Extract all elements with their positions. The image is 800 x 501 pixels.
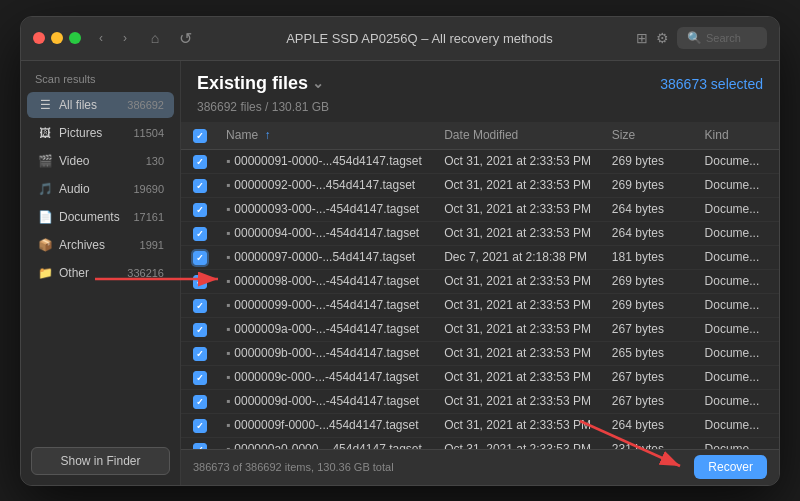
table-row[interactable]: ▪0000009c-000-...-454d4147.tagset Oct 31… [181, 365, 779, 389]
table-row[interactable]: ▪0000009b-000-...-454d4147.tagset Oct 31… [181, 341, 779, 365]
show-in-finder-button[interactable]: Show in Finder [31, 447, 170, 475]
table-row[interactable]: ▪00000098-000-...-454d4147.tagset Oct 31… [181, 269, 779, 293]
table-row[interactable]: ▪0000009a-000-...-454d4147.tagset Oct 31… [181, 317, 779, 341]
row-checkbox-cell[interactable] [181, 173, 218, 197]
grid-view-button[interactable]: ⊞ [636, 30, 648, 46]
other-icon: 📁 [37, 265, 53, 281]
row-checkbox[interactable] [193, 203, 207, 217]
row-date-cell: Oct 31, 2021 at 2:33:53 PM [436, 437, 604, 449]
table-row[interactable]: ▪00000099-000-...-454d4147.tagset Oct 31… [181, 293, 779, 317]
row-checkbox-cell[interactable] [181, 293, 218, 317]
row-checkbox[interactable] [193, 251, 207, 265]
sidebar-label-all-files: All files [59, 98, 123, 112]
row-checkbox-cell[interactable] [181, 413, 218, 437]
row-kind-cell: Docume... [697, 437, 779, 449]
row-kind-cell: Docume... [697, 269, 779, 293]
main-area: Scan results ☰ All files 386692 🖼 Pictur… [21, 61, 779, 485]
sidebar-label-archives: Archives [59, 238, 136, 252]
row-checkbox[interactable] [193, 179, 207, 193]
back-button[interactable]: ‹ [91, 28, 111, 48]
table-row[interactable]: ▪0000009f-0000-...454d4147.tagset Oct 31… [181, 413, 779, 437]
sidebar-item-video[interactable]: 🎬 Video 130 [27, 148, 174, 174]
sidebar-item-all-files[interactable]: ☰ All files 386692 [27, 92, 174, 118]
all-files-icon: ☰ [37, 97, 53, 113]
sidebar-label-video: Video [59, 154, 142, 168]
row-checkbox-cell[interactable] [181, 245, 218, 269]
row-checkbox[interactable] [193, 323, 207, 337]
col-kind-header[interactable]: Kind [697, 122, 779, 150]
search-icon: 🔍 [687, 31, 702, 45]
sidebar-item-archives[interactable]: 📦 Archives 1991 [27, 232, 174, 258]
table-row[interactable]: ▪00000092-000-...454d4147.tagset Oct 31,… [181, 173, 779, 197]
row-checkbox-cell[interactable] [181, 437, 218, 449]
file-icon: ▪ [226, 250, 230, 264]
settings-button[interactable]: ⚙ [656, 30, 669, 46]
sidebar-count-other: 336216 [127, 267, 164, 279]
home-button[interactable]: ⌂ [143, 26, 167, 50]
minimize-button[interactable] [51, 32, 63, 44]
col-checkbox-header[interactable] [181, 122, 218, 150]
sidebar-item-documents[interactable]: 📄 Documents 17161 [27, 204, 174, 230]
row-checkbox-cell[interactable] [181, 269, 218, 293]
row-kind-cell: Docume... [697, 341, 779, 365]
row-kind-cell: Docume... [697, 365, 779, 389]
maximize-button[interactable] [69, 32, 81, 44]
table-row[interactable]: ▪00000094-000-...-454d4147.tagset Oct 31… [181, 221, 779, 245]
sidebar-footer: Show in Finder [21, 437, 180, 485]
row-checkbox[interactable] [193, 299, 207, 313]
row-name-cell: ▪00000092-000-...454d4147.tagset [218, 173, 436, 197]
row-checkbox[interactable] [193, 155, 207, 169]
file-table-container[interactable]: Name ↑ Date Modified Size Kind [181, 122, 779, 449]
close-button[interactable] [33, 32, 45, 44]
row-checkbox[interactable] [193, 419, 207, 433]
row-checkbox-cell[interactable] [181, 365, 218, 389]
table-row[interactable]: ▪00000091-0000-...454d4147.tagset Oct 31… [181, 149, 779, 173]
sidebar-count-all-files: 386692 [127, 99, 164, 111]
row-checkbox-cell[interactable] [181, 149, 218, 173]
row-size-cell: 181 bytes [604, 245, 697, 269]
col-size-header[interactable]: Size [604, 122, 697, 150]
table-row[interactable]: ▪000000a0-0000-...454d4147.tagset Oct 31… [181, 437, 779, 449]
sidebar: Scan results ☰ All files 386692 🖼 Pictur… [21, 61, 181, 485]
forward-button[interactable]: › [115, 28, 135, 48]
sidebar-item-other[interactable]: 📁 Other 336216 [27, 260, 174, 286]
row-size-cell: 269 bytes [604, 173, 697, 197]
selected-count: 386673 selected [660, 76, 763, 92]
row-checkbox[interactable] [193, 395, 207, 409]
row-checkbox[interactable] [193, 371, 207, 385]
row-checkbox[interactable] [193, 227, 207, 241]
chevron-down-icon: ⌄ [312, 75, 324, 91]
pictures-icon: 🖼 [37, 125, 53, 141]
row-kind-cell: Docume... [697, 221, 779, 245]
archives-icon: 📦 [37, 237, 53, 253]
file-icon: ▪ [226, 298, 230, 312]
row-checkbox-cell[interactable] [181, 221, 218, 245]
audio-icon: 🎵 [37, 181, 53, 197]
search-placeholder: Search [706, 32, 741, 44]
row-checkbox-cell[interactable] [181, 341, 218, 365]
table-row[interactable]: ▪0000009d-000-...-454d4147.tagset Oct 31… [181, 389, 779, 413]
row-checkbox[interactable] [193, 347, 207, 361]
sidebar-item-pictures[interactable]: 🖼 Pictures 11504 [27, 120, 174, 146]
table-row[interactable]: ▪00000097-0000-...54d4147.tagset Dec 7, … [181, 245, 779, 269]
history-button[interactable]: ↺ [175, 28, 195, 48]
select-all-checkbox[interactable] [193, 129, 207, 143]
row-checkbox-cell[interactable] [181, 389, 218, 413]
file-icon: ▪ [226, 154, 230, 168]
file-icon: ▪ [226, 322, 230, 336]
file-icon: ▪ [226, 370, 230, 384]
sidebar-item-audio[interactable]: 🎵 Audio 19690 [27, 176, 174, 202]
col-date-header[interactable]: Date Modified [436, 122, 604, 150]
row-checkbox[interactable] [193, 275, 207, 289]
sort-arrow-icon: ↑ [264, 128, 270, 142]
table-row[interactable]: ▪00000093-000-...-454d4147.tagset Oct 31… [181, 197, 779, 221]
row-size-cell: 269 bytes [604, 269, 697, 293]
sidebar-label-pictures: Pictures [59, 126, 129, 140]
row-checkbox-cell[interactable] [181, 197, 218, 221]
row-name-cell: ▪00000097-0000-...54d4147.tagset [218, 245, 436, 269]
col-name-header[interactable]: Name ↑ [218, 122, 436, 150]
row-checkbox-cell[interactable] [181, 317, 218, 341]
search-box[interactable]: 🔍 Search [677, 27, 767, 49]
recover-button[interactable]: Recover [694, 455, 767, 479]
row-kind-cell: Docume... [697, 149, 779, 173]
